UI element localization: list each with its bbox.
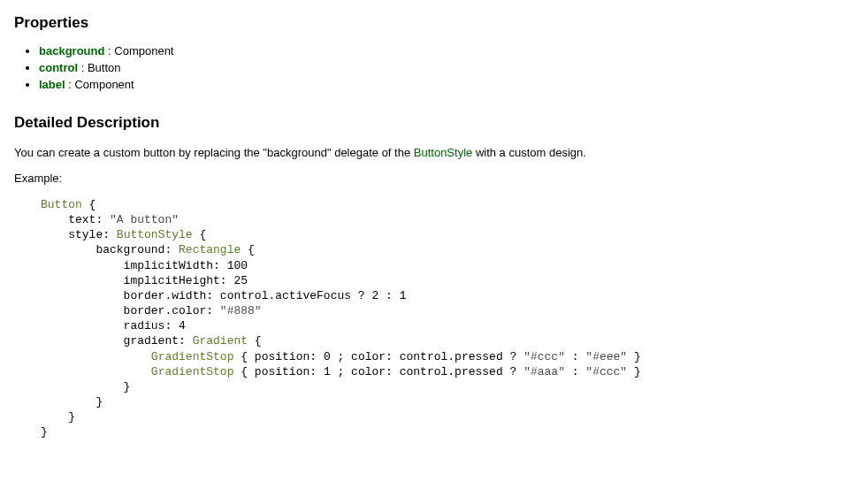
property-link-label[interactable]: label xyxy=(39,78,65,91)
property-item: background : Component xyxy=(39,44,834,57)
code-block: Button { text: "A button" style: ButtonS… xyxy=(14,197,834,440)
property-item: label : Component xyxy=(39,78,834,91)
example-label: Example: xyxy=(14,172,834,185)
property-type: : Button xyxy=(81,61,121,74)
properties-list: background : Component control : Button … xyxy=(27,44,834,91)
property-item: control : Button xyxy=(39,61,834,74)
property-link-background[interactable]: background xyxy=(39,44,104,57)
property-type: : Component xyxy=(68,78,134,91)
property-link-control[interactable]: control xyxy=(39,61,78,74)
description-paragraph: You can create a custom button by replac… xyxy=(14,146,834,159)
properties-heading: Properties xyxy=(14,14,834,32)
property-type: : Component xyxy=(108,44,173,57)
detailed-description-heading: Detailed Description xyxy=(14,114,834,132)
buttonstyle-link[interactable]: ButtonStyle xyxy=(414,146,473,159)
